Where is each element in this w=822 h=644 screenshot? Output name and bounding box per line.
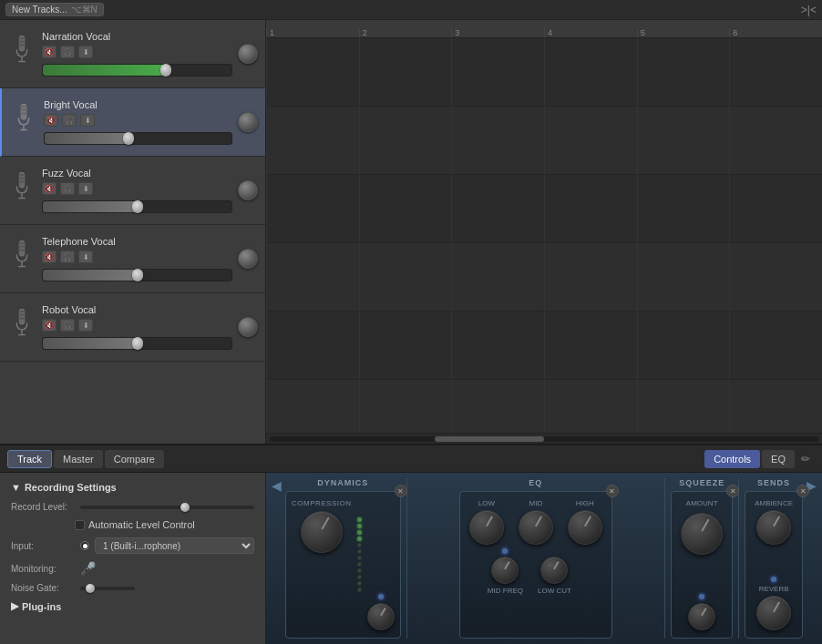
track-item[interactable]: Robot Vocal 🔇 🎧 ⬇ [0,293,265,362]
eq-low-cut-knob[interactable] [540,557,568,584]
track-item[interactable]: Narration Vocal 🔇 🎧 ⬇ [0,20,265,88]
noise-gate-slider[interactable] [80,587,135,590]
pan-knob[interactable] [238,112,258,132]
headphone-button[interactable]: 🎧 [62,114,77,127]
eq-low-knob[interactable] [469,510,504,545]
gain-dot-inactive [357,549,362,554]
edit-icon[interactable]: ✏ [796,450,815,468]
dynamics-close-button[interactable]: ✕ [395,485,407,497]
divider [738,478,739,639]
gain-dot-active [357,537,362,541]
squeeze-label: SQUEEZE [679,478,724,487]
track-buttons: 🔇 🎧 ⬇ [42,319,232,332]
noise-gate-thumb [86,584,95,593]
track-buttons: 🔇 🎧 ⬇ [42,250,232,263]
record-button[interactable]: ⬇ [78,250,93,263]
tab-controls[interactable]: Controls [704,450,760,468]
record-button[interactable]: ⬇ [78,182,93,195]
svg-rect-3 [18,37,26,39]
record-button[interactable]: ⬇ [80,114,95,127]
track-volume-area [42,64,232,77]
scrollbar-thumb [435,436,544,442]
timeline-track-row [266,243,822,312]
mute-button[interactable]: 🔇 [44,114,58,127]
dynamics-section: DYNAMICS ✕ COMPRESSION [285,478,401,639]
eq-mid-freq-knob[interactable] [491,557,519,584]
svg-rect-22 [18,246,26,248]
input-select[interactable]: 1 (Built-i...rophone) [95,537,254,554]
track-item[interactable]: Bright Vocal 🔇 🎧 ⬇ [0,88,265,157]
dynamics-output-knob[interactable] [367,603,395,630]
mute-button[interactable]: 🔇 [42,46,57,58]
eq-high-knob[interactable] [568,510,602,545]
squeeze-output-knob[interactable] [688,603,715,630]
new-tracks-button[interactable]: New Tracks... ⌥⌘N [5,3,104,16]
pan-knob[interactable] [238,180,258,200]
mute-button[interactable]: 🔇 [42,182,57,195]
svg-rect-15 [18,174,26,176]
volume-slider[interactable] [42,337,232,350]
timeline-area: 1 2 3 4 5 6 [266,20,822,444]
eq-label: EQ [529,478,542,487]
squeeze-close-button[interactable]: ✕ [726,485,739,497]
record-level-slider[interactable] [80,506,254,509]
svg-rect-4 [18,41,26,43]
eq-mid-knob[interactable] [519,510,553,545]
headphone-button[interactable]: 🎧 [60,319,75,332]
ambience-label: AMBIENCE [755,499,793,507]
plug-ins-row[interactable]: ▶ Plug-ins [11,600,254,612]
headphone-button[interactable]: 🎧 [60,46,75,58]
reverb-knob[interactable] [756,596,791,630]
compression-knob[interactable] [301,511,343,553]
sends-led [771,577,776,582]
mute-button[interactable]: 🔇 [42,319,57,332]
timeline-tracks[interactable] [266,38,822,433]
volume-thumb [132,269,143,281]
track-list: Narration Vocal 🔇 🎧 ⬇ [0,20,266,444]
auto-level-checkbox[interactable] [75,520,85,530]
gain-dots [357,517,362,592]
tab-group-left: Track Master Compare [7,450,164,468]
tab-eq[interactable]: EQ [762,450,795,468]
effects-right-arrow[interactable]: ▶ [807,478,817,639]
headphone-button[interactable]: 🎧 [60,250,75,263]
pan-knob[interactable] [238,249,258,269]
sends-close-button[interactable]: ✕ [796,485,809,497]
pan-knob[interactable] [238,317,258,337]
eq-close-button[interactable]: ✕ [606,485,619,497]
collapse-button[interactable]: >|< [801,4,817,16]
svg-rect-11 [20,113,27,115]
monitoring-label: Monitoring: [11,564,75,574]
track-name: Robot Vocal [42,304,232,315]
track-item[interactable]: Fuzz Vocal 🔇 🎧 ⬇ [0,157,265,225]
mute-button[interactable]: 🔇 [42,250,57,263]
headphone-button[interactable]: 🎧 [60,182,75,195]
effects-left-arrow[interactable]: ◀ [272,478,282,639]
svg-rect-21 [18,242,26,244]
record-button[interactable]: ⬇ [78,46,93,58]
volume-slider[interactable] [42,269,232,281]
volume-slider[interactable] [42,200,232,213]
sends-label: SENDS [757,478,790,487]
volume-slider[interactable] [42,64,232,77]
ambience-knob[interactable] [756,510,791,545]
monitoring-icon[interactable]: 🎤 [80,561,96,576]
svg-rect-28 [18,314,26,316]
timeline-scrollbar[interactable] [270,436,818,442]
input-radio[interactable] [80,541,89,550]
plug-ins-label: Plug-ins [22,601,61,612]
recording-settings-header[interactable]: ▼ Recording Settings [11,482,254,493]
track-item[interactable]: Telephone Vocal 🔇 🎧 ⬇ [0,225,265,293]
dynamics-label: DYNAMICS [317,478,368,487]
tab-track[interactable]: Track [7,450,52,468]
squeeze-amount-knob[interactable] [681,513,723,555]
track-volume-area [42,200,232,213]
eq-low-cut-label: LOW CUT [538,587,571,595]
tab-compare[interactable]: Compare [105,450,164,468]
pan-knob[interactable] [238,44,258,64]
track-name: Bright Vocal [44,99,232,110]
record-button[interactable]: ⬇ [78,319,93,332]
volume-slider[interactable] [44,132,232,145]
tab-master[interactable]: Master [54,450,103,468]
track-buttons: 🔇 🎧 ⬇ [42,46,232,58]
